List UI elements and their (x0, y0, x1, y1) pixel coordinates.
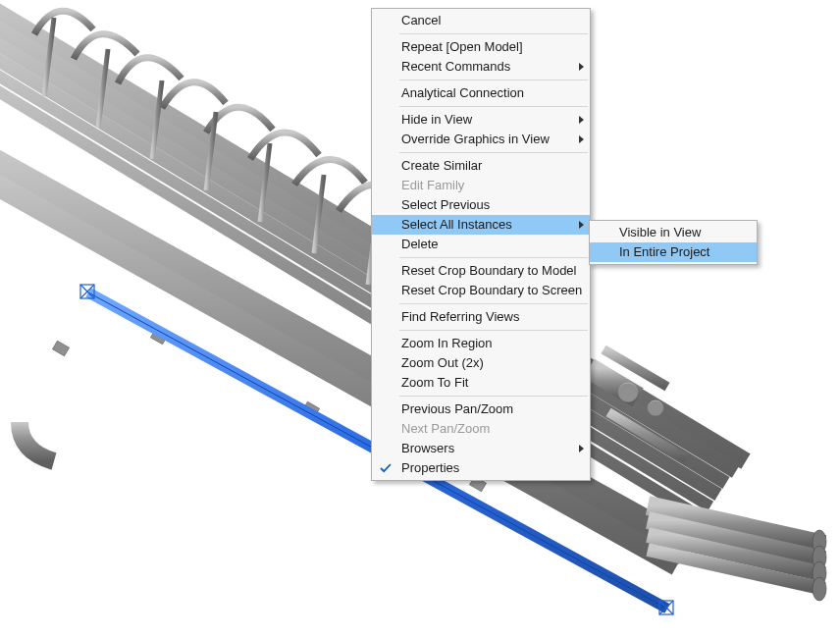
check-icon (380, 462, 392, 474)
menu-zoom-out[interactable]: Zoom Out (2x) (372, 353, 590, 373)
menu-zoom-in-region-label: Zoom In Region (401, 336, 493, 350)
menu-analytical-connection-label: Analytical Connection (401, 85, 524, 100)
menu-find-referring-label: Find Referring Views (401, 309, 519, 324)
menu-cancel[interactable]: Cancel (372, 11, 590, 30)
svg-point-1 (648, 400, 663, 416)
svg-point-0 (618, 383, 638, 402)
menu-previous-pan-zoom[interactable]: Previous Pan/Zoom (372, 399, 590, 419)
chevron-right-icon (579, 63, 584, 71)
menu-reset-crop-model-label: Reset Crop Boundary to Model (401, 263, 576, 278)
menu-separator (399, 152, 588, 153)
menu-repeat-label: Repeat [Open Model] (401, 39, 523, 54)
menu-create-similar-label: Create Similar (401, 158, 482, 173)
menu-recent-commands-label: Recent Commands (401, 59, 510, 74)
submenu-in-entire-project-label: In Entire Project (619, 244, 710, 259)
menu-separator (399, 303, 588, 304)
chevron-right-icon (579, 221, 584, 229)
chevron-right-icon (579, 135, 584, 143)
menu-analytical-connection[interactable]: Analytical Connection (372, 83, 590, 103)
menu-recent-commands[interactable]: Recent Commands (372, 57, 590, 77)
menu-edit-family-label: Edit Family (401, 178, 464, 192)
submenu-in-entire-project[interactable]: In Entire Project (590, 242, 757, 262)
menu-browsers[interactable]: Browsers (372, 439, 590, 458)
menu-edit-family: Edit Family (372, 176, 590, 195)
menu-browsers-label: Browsers (401, 441, 454, 455)
svg-rect-6 (52, 341, 69, 356)
menu-cancel-label: Cancel (401, 13, 441, 27)
menu-select-previous[interactable]: Select Previous (372, 195, 590, 215)
chevron-right-icon (579, 445, 584, 452)
submenu-select-all-instances: Visible in View In Entire Project (589, 220, 758, 265)
menu-zoom-to-fit[interactable]: Zoom To Fit (372, 373, 590, 393)
menu-override-graphics[interactable]: Override Graphics in View (372, 130, 590, 149)
menu-separator (399, 80, 588, 80)
menu-create-similar[interactable]: Create Similar (372, 156, 590, 176)
menu-hide-in-view[interactable]: Hide in View (372, 110, 590, 130)
menu-separator (399, 106, 588, 107)
menu-reset-crop-model[interactable]: Reset Crop Boundary to Model (372, 261, 590, 281)
menu-find-referring[interactable]: Find Referring Views (372, 307, 590, 327)
menu-next-pan-zoom: Next Pan/Zoom (372, 419, 590, 439)
menu-previous-pan-zoom-label: Previous Pan/Zoom (401, 401, 513, 416)
menu-delete-label: Delete (401, 237, 439, 251)
menu-next-pan-zoom-label: Next Pan/Zoom (401, 421, 490, 436)
menu-delete[interactable]: Delete (372, 235, 590, 254)
menu-separator (399, 396, 588, 397)
svg-point-5 (813, 577, 826, 601)
menu-zoom-in-region[interactable]: Zoom In Region (372, 334, 590, 353)
menu-select-all-instances[interactable]: Select All Instances (372, 215, 590, 235)
submenu-visible-in-view[interactable]: Visible in View (590, 223, 757, 242)
menu-properties[interactable]: Properties (372, 458, 590, 478)
menu-repeat[interactable]: Repeat [Open Model] (372, 37, 590, 57)
menu-properties-label: Properties (401, 460, 459, 475)
context-menu: Cancel Repeat [Open Model] Recent Comman… (371, 8, 591, 481)
menu-override-graphics-label: Override Graphics in View (401, 132, 550, 146)
chevron-right-icon (579, 116, 584, 124)
menu-separator (399, 257, 588, 258)
menu-hide-in-view-label: Hide in View (401, 112, 472, 127)
menu-separator (399, 33, 588, 34)
menu-separator (399, 330, 588, 331)
menu-reset-crop-screen-label: Reset Crop Boundary to Screen (401, 283, 582, 297)
menu-zoom-out-label: Zoom Out (2x) (401, 355, 484, 370)
submenu-visible-in-view-label: Visible in View (619, 225, 701, 239)
menu-select-previous-label: Select Previous (401, 197, 490, 212)
menu-reset-crop-screen[interactable]: Reset Crop Boundary to Screen (372, 281, 590, 300)
viewport-3d[interactable]: Cancel Repeat [Open Model] Recent Comman… (0, 0, 840, 638)
menu-zoom-to-fit-label: Zoom To Fit (401, 375, 468, 390)
menu-select-all-instances-label: Select All Instances (401, 217, 512, 232)
